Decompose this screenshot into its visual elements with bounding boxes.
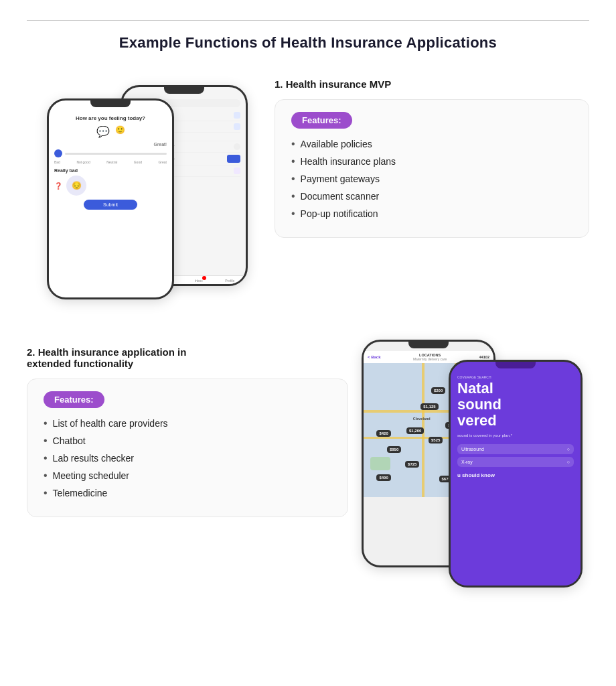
purple-should-know: u should know	[457, 472, 574, 478]
mood-slider-bar	[65, 153, 167, 155]
bad-figure-row: ❓ 😔	[54, 176, 167, 196]
map-title-block: LOCATIONS Maternity delivery care	[413, 353, 447, 361]
feature-item-4: Document scanner	[291, 190, 572, 202]
feature2-item-5: Telemedicine	[44, 487, 331, 499]
purple-big-text: Natal sound vered	[457, 381, 574, 429]
section-2-title: 2. Health insurance application in exten…	[27, 346, 228, 369]
sad-face-icon: 😔	[66, 176, 86, 196]
back-item-icon-2	[234, 123, 240, 130]
feature-item-1: Available policies	[291, 138, 572, 150]
feature2-item-3: Lab results checker	[44, 452, 331, 464]
mood-labels: Bad Not good Neutral Good Great	[54, 160, 167, 164]
purple-item-xray: X-ray ○	[457, 457, 574, 467]
purple-tab-bar: Home Claims Your Plan Profile	[451, 586, 581, 588]
phones-section-1: Search oscar - plans, and more treatment…	[27, 72, 254, 313]
mood-slider	[54, 149, 167, 157]
great-label: Great!	[54, 142, 167, 147]
section-1-features-card: Features: Available policies Health insu…	[275, 99, 589, 238]
section-2-features-card: Features: List of health care providers …	[27, 379, 348, 517]
feature2-item-2: Chatbot	[44, 435, 331, 447]
submit-button[interactable]: Submit	[84, 200, 137, 210]
phone-notch-front	[90, 100, 131, 107]
mood-dot	[54, 149, 62, 157]
price-tag-9: $725	[405, 461, 419, 468]
mood-emoji-row: 💬 🙂	[54, 125, 167, 138]
price-tag-6: $525	[429, 437, 443, 443]
section-1-info: 1. Health insurance MVP Features: Availa…	[275, 72, 589, 238]
question-mark-icon: ❓	[54, 182, 62, 190]
page-title: Example Functions of Health Insurance Ap…	[27, 34, 589, 52]
front-screen: How are you feeling today? 💬 🙂 Great! Ba…	[49, 110, 172, 212]
phones-section-2: < Back LOCATIONS Maternity delivery care…	[362, 340, 589, 594]
map-subtitle: Maternity delivery care	[413, 357, 447, 361]
back-item-icon-4	[234, 143, 240, 150]
feature-item-5: Pop-up notification	[291, 208, 572, 220]
price-tag-10: $490	[376, 474, 390, 481]
purple-screen: COVERAGE SEARCH Natal sound vered sound …	[451, 370, 581, 588]
price-tag-2: $1,125	[420, 403, 438, 410]
mood-question: How are you feeling today?	[54, 115, 167, 121]
really-bad-label: Really bad	[54, 168, 167, 173]
park-area	[370, 457, 390, 470]
price-tag-1: $200	[431, 387, 445, 394]
map-phone-notch-back	[408, 342, 449, 348]
feature-item-3: Payment gateways	[291, 173, 572, 185]
map-zip: 44102	[479, 355, 489, 359]
feature2-item-1: List of health care providers	[44, 417, 331, 429]
purple-item-ultrasound: Ultrasound ○	[457, 444, 574, 454]
section-1-features-list: Available policies Health insurance plan…	[291, 138, 572, 220]
section-1-title: 1. Health insurance MVP	[275, 78, 589, 90]
emoji-face: 🙂	[115, 125, 125, 138]
section-2-features-badge: Features:	[44, 391, 104, 408]
back-item-icon-5	[227, 155, 240, 163]
purple-sub: sound is covered in your plan.*	[457, 433, 574, 437]
section-2: 2. Health insurance application in exten…	[27, 340, 589, 594]
section-1: Search oscar - plans, and more treatment…	[27, 72, 589, 313]
back-item-icon-6	[234, 167, 240, 174]
price-tag-7: $950	[387, 446, 401, 453]
city-label: Cleveland	[413, 417, 431, 421]
purple-notch	[495, 362, 536, 368]
section-2-info: 2. Health insurance application in exten…	[27, 340, 362, 517]
back-item-icon-1	[234, 112, 240, 119]
phone-front: How are you feeling today? 💬 🙂 Great! Ba…	[47, 98, 174, 299]
price-tag-5: $420	[376, 430, 390, 437]
purple-search-label: COVERAGE SEARCH	[457, 375, 574, 379]
phone-notch-back	[164, 87, 204, 94]
emoji-chat: 💬	[96, 125, 110, 138]
phone-purple-front: COVERAGE SEARCH Natal sound vered sound …	[449, 360, 583, 588]
price-tag-3: $1,200	[406, 427, 424, 434]
map-back-button[interactable]: < Back	[368, 355, 381, 359]
section-2-features-list: List of health care providers Chatbot La…	[44, 417, 331, 499]
feature2-item-4: Meeting scheduler	[44, 470, 331, 482]
top-divider	[27, 20, 589, 21]
section-1-features-badge: Features:	[291, 112, 352, 129]
feature-item-2: Health insurance plans	[291, 155, 572, 167]
